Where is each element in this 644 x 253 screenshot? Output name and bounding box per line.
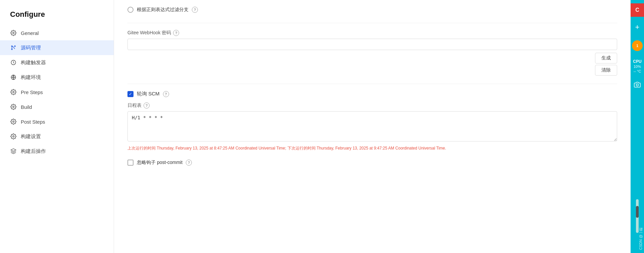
clock-icon	[10, 59, 17, 66]
webhook-label: Gitee WebHook 密码	[127, 30, 171, 36]
right-panel: C + 1 CPU 10% -- °C CSDN @蔚一	[631, 0, 644, 253]
globe-icon	[10, 74, 17, 81]
pre-steps-gear-icon	[10, 89, 17, 95]
sidebar-item-build-env[interactable]: 构建环境	[0, 70, 114, 85]
sidebar-item-general-label: General	[21, 30, 39, 36]
svg-point-3	[11, 49, 12, 50]
sidebar-item-build-settings[interactable]: 构建设置	[0, 129, 114, 144]
poll-scm-row: 轮询 SCM ?	[127, 91, 617, 97]
sidebar: Configure General 源码管理 构建触发器 构建环境 Pre St…	[0, 0, 114, 253]
schedule-row: 日程表 ? H/1 * * * * 上次运行的时间 Thursday, Febr…	[127, 102, 617, 152]
sidebar-item-build-env-label: 构建环境	[21, 74, 41, 81]
svg-point-2	[14, 46, 15, 47]
sidebar-item-build-label: Build	[21, 104, 32, 110]
sidebar-item-post-steps-label: Post Steps	[21, 119, 45, 125]
svg-point-6	[13, 91, 14, 93]
sidebar-item-general[interactable]: General	[0, 26, 114, 40]
post-steps-gear-icon	[10, 118, 17, 125]
svg-point-8	[13, 121, 14, 123]
camera-icon[interactable]	[634, 81, 641, 88]
ignore-post-commit-label: 忽略钩子 post-commit	[137, 160, 182, 166]
cpu-info: CPU 10% -- °C	[633, 59, 641, 73]
ignore-post-commit-checkbox[interactable]	[127, 160, 133, 166]
schedule-label-row: 日程表 ?	[127, 102, 617, 109]
cpu-percent: 10%	[634, 65, 641, 69]
cube-icon	[10, 148, 17, 155]
webhook-label-row: Gitee WebHook 密码 ?	[127, 30, 617, 36]
webhook-help-icon[interactable]: ?	[173, 30, 179, 36]
schedule-help-icon[interactable]: ?	[144, 102, 150, 109]
svg-point-0	[13, 32, 14, 34]
svg-point-9	[13, 136, 14, 137]
plus-icon[interactable]: +	[632, 22, 642, 32]
filter-radio[interactable]	[127, 7, 133, 13]
sidebar-item-post-build[interactable]: 构建后操作	[0, 144, 114, 159]
poll-scm-label: 轮询 SCM	[137, 91, 160, 97]
webhook-input[interactable]: f41c2448d021403cb8908c3ad058a0fc	[127, 39, 617, 50]
clear-btn-row: 清除	[127, 65, 617, 76]
sidebar-item-source-mgmt-label: 源码管理	[21, 45, 41, 51]
sidebar-item-post-steps[interactable]: Post Steps	[0, 114, 114, 129]
ignore-post-commit-help-icon[interactable]: ?	[186, 160, 192, 166]
sidebar-item-build-trigger-label: 构建触发器	[21, 59, 46, 66]
clear-button[interactable]: 清除	[595, 65, 617, 76]
build-settings-gear-icon	[10, 133, 17, 140]
svg-point-10	[636, 84, 639, 86]
sidebar-item-pre-steps-label: Pre Steps	[21, 89, 43, 95]
generate-button[interactable]: 生成	[595, 53, 617, 64]
filter-help-icon[interactable]: ?	[192, 7, 198, 13]
schedule-hint: 上次运行的时间 Thursday, February 13, 2025 at 8…	[127, 145, 617, 152]
ignore-post-commit-row: 忽略钩子 post-commit ?	[127, 160, 617, 166]
schedule-label: 日程表	[127, 102, 142, 109]
build-gear-icon	[10, 103, 17, 110]
gear-icon	[10, 30, 17, 36]
webhook-btn-row: 生成	[127, 53, 617, 64]
filter-label: 根据正则表达式过滤分支	[137, 7, 189, 13]
form-section: 根据正则表达式过滤分支 ? Gitee WebHook 密码 ? f41c244…	[127, 0, 617, 178]
poll-scm-checkbox[interactable]	[127, 91, 133, 97]
filter-row: 根据正则表达式过滤分支 ?	[127, 7, 617, 13]
separator-1	[127, 23, 617, 23]
code-branch-icon	[10, 44, 17, 51]
svg-point-7	[13, 106, 14, 108]
main-content: 根据正则表达式过滤分支 ? Gitee WebHook 密码 ? f41c244…	[114, 0, 631, 253]
separator-2	[127, 84, 617, 84]
sidebar-item-build-trigger[interactable]: 构建触发器	[0, 55, 114, 70]
sidebar-item-post-build-label: 构建后操作	[21, 148, 46, 155]
sidebar-item-build-settings-label: 构建设置	[21, 133, 41, 140]
notification-badge[interactable]: 1	[632, 40, 643, 51]
scrollbar-track[interactable]	[636, 199, 639, 233]
cpu-temp: -- °C	[634, 69, 641, 73]
cpu-label: CPU	[633, 59, 641, 64]
sidebar-item-source-mgmt[interactable]: 源码管理	[0, 40, 114, 55]
sidebar-item-build[interactable]: Build	[0, 99, 114, 114]
schedule-textarea[interactable]: H/1 * * * *	[127, 111, 617, 141]
sidebar-title: Configure	[0, 7, 114, 26]
close-button[interactable]: C	[631, 3, 644, 17]
poll-scm-help-icon[interactable]: ?	[163, 91, 169, 97]
webhook-row: Gitee WebHook 密码 ? f41c2448d021403cb8908…	[127, 30, 617, 76]
scrollbar-thumb[interactable]	[636, 206, 639, 218]
sidebar-item-pre-steps[interactable]: Pre Steps	[0, 85, 114, 99]
csdn-watermark: CSDN @蔚一	[638, 235, 643, 250]
